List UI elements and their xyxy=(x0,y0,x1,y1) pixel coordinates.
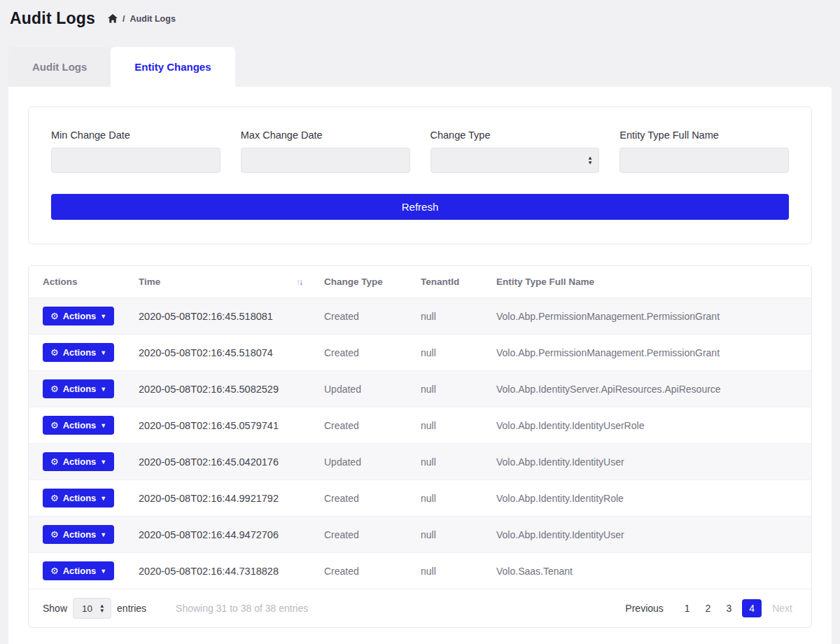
gear-icon: ⚙ xyxy=(50,384,59,394)
min-change-date-input[interactable] xyxy=(51,148,220,173)
showing-entries-text: Showing 31 to 38 of 38 entries xyxy=(176,603,308,614)
table-row: ⚙Actions▼ 2020-05-08T02:16:44.9921792 Cr… xyxy=(29,480,811,517)
cell-time: 2020-05-08T02:16:44.9472706 xyxy=(130,517,316,553)
cell-entity-type: Volo.Abp.Identity.IdentityUser xyxy=(488,444,811,480)
tabs-row: Audit Logs Entity Changes xyxy=(8,36,832,87)
cell-tenant-id: null xyxy=(412,298,488,335)
gear-icon: ⚙ xyxy=(50,420,59,430)
cell-entity-type: Volo.Abp.Identity.IdentityRole xyxy=(488,480,811,517)
row-actions-button[interactable]: ⚙Actions▼ xyxy=(43,489,114,507)
entity-type-input[interactable] xyxy=(620,148,789,173)
caret-down-icon: ▼ xyxy=(100,386,106,393)
row-actions-button[interactable]: ⚙Actions▼ xyxy=(43,452,114,471)
row-actions-button[interactable]: ⚙Actions▼ xyxy=(43,343,114,362)
filter-panel: Min Change Date Max Change Date Change T… xyxy=(28,106,812,244)
cell-change-type: Created xyxy=(316,517,412,553)
cell-time: 2020-05-08T02:16:45.518074 xyxy=(130,335,316,371)
gear-icon: ⚙ xyxy=(50,493,59,503)
tab-audit-logs[interactable]: Audit Logs xyxy=(8,47,111,87)
cell-tenant-id: null xyxy=(412,517,488,553)
filter-entity-type: Entity Type Full Name xyxy=(620,130,789,173)
select-updown-icon: ▴▾ xyxy=(589,155,592,165)
cell-time: 2020-05-08T02:16:44.7318828 xyxy=(130,553,316,589)
cell-tenant-id: null xyxy=(412,371,488,407)
page-title: Audit Logs xyxy=(10,9,95,28)
show-label: Show xyxy=(43,603,67,614)
filter-min-change-date: Min Change Date xyxy=(51,130,220,173)
max-change-date-input[interactable] xyxy=(241,148,410,173)
gear-icon: ⚙ xyxy=(50,311,59,321)
pagination-page-3[interactable]: 3 xyxy=(721,599,736,617)
filter-max-change-date: Max Change Date xyxy=(241,130,410,173)
table-header-row: Actions Time ↑↓ Change Type TenantId Ent… xyxy=(29,266,811,298)
sort-icon[interactable]: ↑↓ xyxy=(296,277,302,287)
cell-tenant-id: null xyxy=(412,444,488,480)
table-panel: Actions Time ↑↓ Change Type TenantId Ent… xyxy=(28,265,812,628)
caret-down-icon: ▼ xyxy=(100,422,106,429)
pagination-next: Next xyxy=(767,599,797,617)
tab-entity-changes[interactable]: Entity Changes xyxy=(111,47,234,87)
pagination-page-1[interactable]: 1 xyxy=(680,599,695,617)
cell-tenant-id: null xyxy=(412,480,488,517)
row-actions-button[interactable]: ⚙Actions▼ xyxy=(43,416,114,435)
caret-down-icon: ▼ xyxy=(100,568,106,575)
row-actions-button[interactable]: ⚙Actions▼ xyxy=(43,561,114,580)
table-row: ⚙Actions▼ 2020-05-08T02:16:45.0420176 Up… xyxy=(29,444,811,480)
caret-down-icon: ▼ xyxy=(100,495,106,502)
change-type-select[interactable]: ▴▾ xyxy=(430,148,600,173)
cell-time: 2020-05-08T02:16:45.5082529 xyxy=(130,371,316,407)
cell-change-type: Created xyxy=(316,335,412,371)
column-header-entity-type: Entity Type Full Name xyxy=(488,266,811,298)
cell-entity-type: Volo.Abp.Identity.IdentityUserRole xyxy=(488,407,811,444)
change-type-label: Change Type xyxy=(430,130,600,141)
max-change-date-label: Max Change Date xyxy=(241,130,410,141)
select-updown-icon: ▴▾ xyxy=(101,603,104,613)
entity-type-label: Entity Type Full Name xyxy=(620,130,789,141)
cell-entity-type: Volo.Abp.PermissionManagement.Permission… xyxy=(488,335,811,371)
pagination-page-4[interactable]: 4 xyxy=(742,599,762,617)
page-size-select[interactable]: 10 ▴▾ xyxy=(73,598,111,619)
row-actions-button[interactable]: ⚙Actions▼ xyxy=(43,379,114,398)
min-change-date-label: Min Change Date xyxy=(51,130,220,141)
row-actions-button[interactable]: ⚙Actions▼ xyxy=(43,307,114,326)
entries-label: entries xyxy=(117,603,146,614)
cell-time: 2020-05-08T02:16:45.0579741 xyxy=(130,407,316,444)
cell-tenant-id: null xyxy=(412,335,488,371)
breadcrumb-current: Audit Logs xyxy=(130,14,176,24)
filter-grid: Min Change Date Max Change Date Change T… xyxy=(51,130,789,173)
pagination-page-2[interactable]: 2 xyxy=(701,599,716,617)
filter-change-type: Change Type ▴▾ xyxy=(430,130,600,173)
home-icon[interactable] xyxy=(108,14,118,23)
caret-down-icon: ▼ xyxy=(100,349,106,356)
cell-change-type: Created xyxy=(316,480,412,517)
table-row: ⚙Actions▼ 2020-05-08T02:16:44.9472706 Cr… xyxy=(29,517,811,553)
breadcrumb-separator: / xyxy=(122,14,125,24)
cell-entity-type: Volo.Abp.Identity.IdentityUser xyxy=(488,517,811,553)
pagination-previous[interactable]: Previous xyxy=(620,599,668,617)
breadcrumb: / Audit Logs xyxy=(108,14,176,24)
column-header-tenant-id: TenantId xyxy=(412,266,488,298)
column-header-time[interactable]: Time ↑↓ xyxy=(130,266,316,298)
table-row: ⚙Actions▼ 2020-05-08T02:16:45.518074 Cre… xyxy=(29,335,811,371)
cell-entity-type: Volo.Abp.IdentityServer.ApiResources.Api… xyxy=(488,371,811,407)
column-header-change-type: Change Type xyxy=(316,266,412,298)
cell-change-type: Created xyxy=(316,407,412,444)
cell-time: 2020-05-08T02:16:45.0420176 xyxy=(130,444,316,480)
caret-down-icon: ▼ xyxy=(100,313,106,320)
entity-changes-table: Actions Time ↑↓ Change Type TenantId Ent… xyxy=(29,266,811,589)
table-footer: Show 10 ▴▾ entries Showing 31 to 38 of 3… xyxy=(29,589,811,627)
column-header-actions: Actions xyxy=(29,266,130,298)
table-row: ⚙Actions▼ 2020-05-08T02:16:45.5082529 Up… xyxy=(29,371,811,407)
row-actions-button[interactable]: ⚙Actions▼ xyxy=(43,525,114,544)
cell-tenant-id: null xyxy=(412,553,488,589)
caret-down-icon: ▼ xyxy=(100,531,106,538)
refresh-button[interactable]: Refresh xyxy=(51,194,789,220)
page-size-value: 10 xyxy=(82,603,92,614)
main-card: Min Change Date Max Change Date Change T… xyxy=(8,87,832,644)
content-wrap: Audit Logs Entity Changes Min Change Dat… xyxy=(8,36,832,644)
table-row: ⚙Actions▼ 2020-05-08T02:16:45.0579741 Cr… xyxy=(29,407,811,444)
gear-icon: ⚙ xyxy=(50,566,59,576)
cell-change-type: Updated xyxy=(316,444,412,480)
cell-entity-type: Volo.Abp.PermissionManagement.Permission… xyxy=(488,298,811,335)
table-row: ⚙Actions▼ 2020-05-08T02:16:44.7318828 Cr… xyxy=(29,553,811,589)
